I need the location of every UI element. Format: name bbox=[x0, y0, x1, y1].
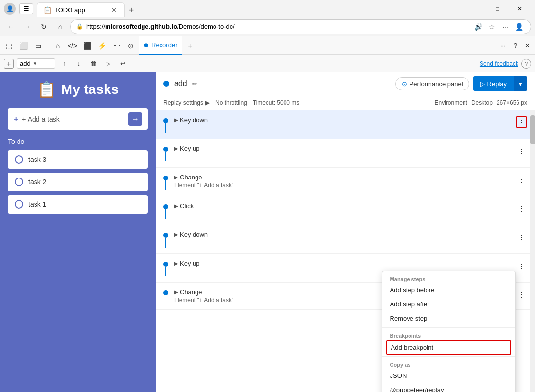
scrollbar-thumb[interactable] bbox=[530, 115, 535, 144]
recorder-tab[interactable]: ⏺ Recorder bbox=[139, 36, 182, 55]
more-icon[interactable]: ··· bbox=[499, 21, 511, 33]
elements-tool[interactable]: ⌂ bbox=[51, 39, 65, 53]
home-button[interactable]: ⌂ bbox=[54, 20, 67, 34]
app-title-icon: 📋 bbox=[37, 80, 56, 99]
step-menu-button-5[interactable]: ⋮ bbox=[516, 231, 527, 243]
forward-button[interactable]: → bbox=[20, 20, 34, 34]
step-row-4[interactable]: ▶ Click ⋮ bbox=[156, 196, 535, 225]
task-item-1[interactable]: task 3 bbox=[8, 150, 148, 169]
network-tool[interactable]: ⚡ bbox=[95, 39, 108, 53]
delete-button[interactable]: 🗑 bbox=[88, 58, 99, 70]
step-label-2: Key up bbox=[180, 145, 199, 152]
step-title-6: ▶ Key up bbox=[174, 260, 516, 267]
favorites-icon[interactable]: ☆ bbox=[486, 21, 498, 33]
step-expand-1[interactable]: ▶ bbox=[174, 117, 178, 123]
step-content-2: ▶ Key up bbox=[174, 145, 516, 152]
step-menu-button-4[interactable]: ⋮ bbox=[516, 202, 527, 214]
move-down-button[interactable]: ↓ bbox=[73, 58, 85, 70]
console-tool[interactable]: </> bbox=[66, 39, 79, 53]
help-icon[interactable]: ? bbox=[521, 59, 531, 69]
inspect-tool[interactable]: ⬚ bbox=[2, 39, 16, 53]
close-button[interactable]: ✕ bbox=[509, 0, 531, 17]
step-timeline-7 bbox=[163, 288, 168, 295]
step-expand-7[interactable]: ▶ bbox=[174, 289, 178, 295]
device-tool[interactable]: ⬜ bbox=[17, 39, 30, 53]
step-menu-button-1[interactable]: ⋮ bbox=[516, 116, 527, 128]
add-step-before-item[interactable]: Add step before bbox=[382, 283, 515, 297]
environment-value: Desktop bbox=[471, 99, 493, 106]
recorder-tab-label: Recorder bbox=[151, 41, 177, 49]
step-menu-button-3[interactable]: ⋮ bbox=[516, 174, 527, 185]
new-tab-button[interactable]: + bbox=[125, 3, 138, 17]
replay-step-button[interactable]: ↩ bbox=[117, 58, 128, 70]
copy-puppeteer-replay-item[interactable]: @puppeteer/replay bbox=[382, 383, 515, 392]
step-menu-button-6[interactable]: ⋮ bbox=[516, 260, 527, 271]
tab-close-button[interactable]: ✕ bbox=[109, 6, 118, 15]
step-menu-button-7[interactable]: ⋮ bbox=[516, 288, 527, 300]
step-menu-button-2[interactable]: ⋮ bbox=[516, 145, 527, 157]
step-expand-2[interactable]: ▶ bbox=[174, 146, 178, 151]
add-breakpoint-item[interactable]: Add breakpoint bbox=[386, 340, 511, 355]
step-row-2[interactable]: ▶ Key up ⋮ bbox=[156, 139, 535, 168]
copy-json-item[interactable]: JSON bbox=[382, 369, 515, 383]
step-line-6 bbox=[165, 267, 166, 276]
maximize-button[interactable]: □ bbox=[486, 0, 509, 17]
devtools-help-button[interactable]: ? bbox=[511, 40, 520, 51]
separator-1 bbox=[48, 41, 48, 51]
devtools-close-button[interactable]: ✕ bbox=[522, 40, 533, 51]
back-button[interactable]: ← bbox=[4, 20, 18, 34]
performance-panel-button[interactable]: ⊙ Performance panel bbox=[395, 77, 469, 90]
replay-settings-link[interactable]: Replay settings ▶ bbox=[163, 99, 210, 106]
profile-icon[interactable]: 👤 bbox=[513, 21, 525, 33]
play-button[interactable]: ▷ bbox=[102, 58, 114, 70]
task-checkbox-3[interactable] bbox=[15, 200, 23, 209]
section-label: To do bbox=[8, 138, 24, 145]
active-tab[interactable]: 📋 TODO app ✕ bbox=[37, 2, 125, 17]
task-item-3[interactable]: task 1 bbox=[8, 195, 148, 214]
step-row-1[interactable]: ▶ Key down ⋮ bbox=[156, 110, 535, 139]
replay-label: Replay bbox=[487, 80, 507, 88]
task-checkbox-1[interactable] bbox=[15, 155, 23, 164]
task-item-2[interactable]: task 2 bbox=[8, 173, 148, 191]
move-up-button[interactable]: ↑ bbox=[58, 58, 70, 70]
read-aloud-icon[interactable]: 🔊 bbox=[472, 21, 484, 33]
step-select-dropdown[interactable]: add ▼ bbox=[17, 58, 55, 69]
replay-dropdown-button[interactable]: ▾ bbox=[514, 76, 527, 91]
sidebar-toggle[interactable]: ☰ bbox=[19, 3, 33, 14]
add-step-button[interactable]: + bbox=[4, 59, 14, 69]
steps-area[interactable]: ▶ Key down ⋮ ▶ Key up bbox=[156, 110, 535, 392]
devtools-more-button[interactable]: ··· bbox=[498, 40, 509, 51]
step-expand-5[interactable]: ▶ bbox=[174, 232, 178, 237]
step-expand-4[interactable]: ▶ bbox=[174, 203, 178, 209]
add-task-bar[interactable]: + + Add a task → bbox=[8, 108, 148, 130]
manage-steps-label: Manage steps bbox=[382, 273, 515, 283]
step-dot-5 bbox=[163, 233, 168, 238]
address-box[interactable]: 🔒 https://microsoftedge.github.io/Demos/… bbox=[70, 19, 531, 34]
scrollbar-track[interactable] bbox=[530, 110, 535, 392]
address-bar-row: ← → ↻ ⌂ 🔒 https://microsoftedge.github.i… bbox=[0, 17, 535, 36]
replay-button[interactable]: ▷ Replay bbox=[473, 76, 514, 91]
step-row-3[interactable]: ▶ Change Element "+ Add a task" ⋮ bbox=[156, 168, 535, 196]
minimize-button[interactable]: — bbox=[464, 0, 486, 17]
send-feedback-link[interactable]: Send feedback bbox=[480, 60, 518, 67]
memory-tool[interactable]: ⊙ bbox=[124, 39, 138, 53]
more-tabs-button[interactable]: + bbox=[183, 39, 196, 53]
recorder-panel: add ✏ ⊙ Performance panel ▷ Replay ▾ bbox=[156, 72, 535, 392]
step-title-5: ▶ Key down bbox=[174, 231, 516, 238]
sources-tool[interactable]: ⬛ bbox=[80, 39, 94, 53]
refresh-button[interactable]: ↻ bbox=[37, 20, 51, 34]
remove-step-item[interactable]: Remove step bbox=[382, 311, 515, 325]
edit-step-icon[interactable]: ✏ bbox=[192, 80, 197, 88]
step-label-5: Key down bbox=[180, 231, 208, 238]
sidebar-tool[interactable]: ▭ bbox=[31, 39, 45, 53]
step-content-4: ▶ Click bbox=[174, 202, 516, 210]
task-checkbox-2[interactable] bbox=[15, 178, 23, 186]
step-row-5[interactable]: ▶ Key down ⋮ bbox=[156, 225, 535, 254]
add-step-after-item[interactable]: Add step after bbox=[382, 297, 515, 311]
performance-tool[interactable]: 〰 bbox=[109, 39, 123, 53]
replay-button-group: ▷ Replay ▾ bbox=[473, 76, 527, 91]
app-title-text: My tasks bbox=[61, 82, 119, 97]
step-expand-3[interactable]: ▶ bbox=[174, 175, 178, 180]
address-right: 🔊 ☆ ··· 👤 bbox=[472, 21, 525, 33]
step-expand-6[interactable]: ▶ bbox=[174, 261, 178, 266]
